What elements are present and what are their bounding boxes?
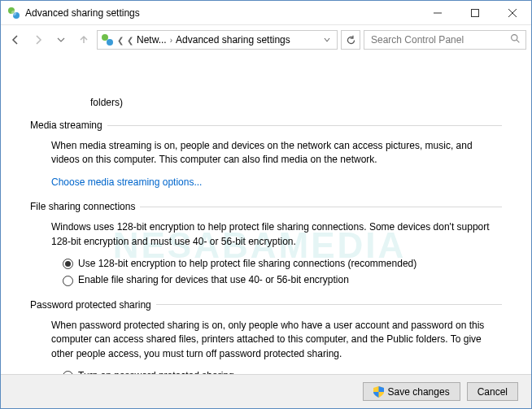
chevron-left-icon[interactable]: ❮ — [117, 36, 124, 45]
section-header-password-sharing: Password protected sharing — [30, 299, 502, 311]
svg-line-10 — [517, 40, 519, 42]
radio-icon — [63, 259, 73, 269]
divider — [156, 304, 502, 305]
svg-point-9 — [512, 35, 517, 41]
breadcrumb-dropdown-icon[interactable] — [321, 36, 334, 45]
radio-label: Enable file sharing for devices that use… — [78, 273, 349, 287]
media-streaming-options-link[interactable]: Choose media streaming options... — [51, 176, 202, 189]
svg-point-2 — [11, 10, 16, 15]
section-description: When media streaming is on, people and d… — [51, 139, 495, 168]
cancel-button[interactable]: Cancel — [467, 382, 518, 401]
button-label: Cancel — [477, 386, 508, 398]
section-description: When password protected sharing is on, o… — [51, 319, 495, 361]
password-sharing-radio-group: Turn on password protected sharing Turn … — [63, 369, 495, 374]
search-icon[interactable] — [510, 33, 521, 46]
refresh-button[interactable] — [341, 30, 360, 50]
network-sharing-icon — [7, 7, 20, 20]
section-header-file-sharing: File sharing connections — [30, 201, 502, 212]
section-header-media-streaming: Media streaming — [30, 120, 502, 131]
divider — [140, 207, 502, 207]
up-button[interactable] — [74, 30, 94, 50]
section-description: Windows uses 128-bit encryption to help … — [51, 220, 495, 249]
window-controls — [419, 1, 531, 24]
section-title: File sharing connections — [30, 201, 135, 212]
section-body-media-streaming: When media streaming is on, people and d… — [51, 139, 495, 189]
breadcrumb[interactable]: ❮ ❮ Netw... › Advanced sharing settings — [97, 30, 338, 50]
radio-40-56bit-encryption[interactable]: Enable file sharing for devices that use… — [63, 273, 495, 287]
recent-locations-dropdown[interactable] — [51, 30, 71, 50]
divider — [107, 125, 502, 126]
chevron-left-icon[interactable]: ❮ — [127, 36, 133, 45]
search-input[interactable] — [369, 33, 510, 46]
svg-rect-4 — [472, 9, 479, 16]
chevron-right-icon: › — [170, 36, 172, 45]
uac-shield-icon — [373, 386, 384, 398]
titlebar: Advanced sharing settings — [1, 1, 531, 25]
back-button[interactable] — [6, 30, 25, 50]
section-body-file-sharing: Windows uses 128-bit encryption to help … — [51, 220, 495, 288]
content-area: NESABAMEDIA folders) Media streaming Whe… — [1, 54, 531, 374]
radio-label: Turn on password protected sharing — [78, 369, 234, 374]
breadcrumb-item[interactable]: Advanced sharing settings — [176, 34, 290, 46]
save-changes-button[interactable]: Save changes — [363, 382, 460, 401]
section-title: Media streaming — [30, 120, 102, 131]
radio-label: Use 128-bit encryption to help protect f… — [78, 257, 416, 271]
svg-point-8 — [107, 39, 113, 46]
section-title: Password protected sharing — [30, 299, 151, 311]
truncated-text: folders) — [90, 97, 502, 108]
navbar: ❮ ❮ Netw... › Advanced sharing settings — [1, 25, 531, 54]
search-box[interactable] — [364, 30, 526, 50]
maximize-button[interactable] — [456, 1, 494, 24]
window-title: Advanced sharing settings — [25, 7, 419, 19]
section-body-password-sharing: When password protected sharing is on, o… — [51, 319, 495, 374]
footer: Save changes Cancel — [1, 374, 531, 408]
forward-button[interactable] — [28, 30, 48, 50]
file-sharing-radio-group: Use 128-bit encryption to help protect f… — [63, 257, 495, 288]
minimize-button[interactable] — [419, 1, 456, 24]
network-sharing-icon — [101, 33, 114, 46]
svg-point-7 — [102, 34, 108, 41]
radio-password-on[interactable]: Turn on password protected sharing — [63, 369, 495, 374]
close-button[interactable] — [494, 1, 531, 24]
radio-icon — [63, 371, 73, 374]
button-label: Save changes — [388, 386, 450, 398]
radio-icon — [63, 276, 73, 286]
radio-128bit-encryption[interactable]: Use 128-bit encryption to help protect f… — [63, 257, 495, 271]
breadcrumb-item[interactable]: Netw... — [137, 34, 167, 46]
